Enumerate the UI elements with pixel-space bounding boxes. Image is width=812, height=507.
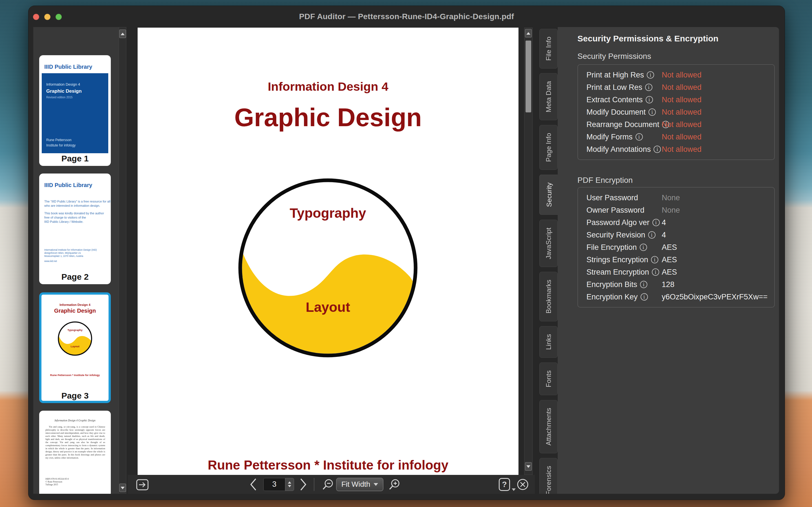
viewer-scroll-down-button[interactable] [525,462,532,471]
thumbnail-page-1[interactable]: IIID Public Library Information Design 4… [39,55,111,166]
tab-meta-data[interactable]: Meta Data [539,73,558,120]
permission-row: Print at Low ResiNot allowed [578,81,774,94]
info-icon[interactable]: i [636,133,643,140]
permission-row: Modify FormsiNot allowed [578,131,774,143]
thumb3-circle-bottom-label: Layout [57,345,93,348]
permission-row: Extract ContentsiNot allowed [578,94,774,106]
row-value: Not allowed [662,83,702,92]
row-value: 4 [662,231,666,239]
help-button[interactable]: ? [499,478,510,491]
desktop-wallpaper: PDF Auditor — Pettersson-Rune-ID4-Graphi… [0,0,812,507]
row-value: Not allowed [662,96,702,104]
row-label: Modify Documenti [587,108,656,117]
thumb2-label: Page 2 [39,272,111,282]
info-icon[interactable]: i [646,96,653,103]
info-icon[interactable]: i [640,244,647,251]
chevron-down-icon [373,483,378,486]
row-label: Strings Encryptioni [587,256,658,264]
row-label: Print at High Resi [587,71,654,79]
row-label: Modify Annotationsi [587,145,661,154]
panel-title: Security Permissions & Encryption [577,34,718,43]
tab-page-info[interactable]: Page Info [539,125,558,170]
row-label: User Password [587,193,638,202]
info-icon[interactable]: i [652,269,659,276]
info-icon[interactable]: i [648,231,656,238]
tab-fonts[interactable]: Fonts [539,362,558,395]
row-label: Print at Low Resi [587,83,652,92]
thumb4-heading: Information Design 4 Graphic Design [39,419,111,422]
thumbnail-page-3-selected[interactable]: Information Design 4 Graphic Design Typo… [39,292,111,403]
page-number-input[interactable]: 3 [263,478,285,491]
encryption-row: Security Revisioni4 [578,229,774,241]
yinyang-figure: Typography Layout [237,177,419,359]
thumb1-edition: Revised edition 2015 [46,96,72,99]
page-number-stepper[interactable] [285,478,294,491]
info-icon[interactable]: i [645,83,652,91]
app-window: PDF Auditor — Pettersson-Rune-ID4-Graphi… [28,6,785,500]
chevron-right-icon [300,478,307,491]
permissions-box: Print at High ResiNot allowedPrint at Lo… [577,64,775,160]
sidebar-scrollbar[interactable] [119,27,126,494]
close-panel-button[interactable] [516,478,529,491]
row-label: Owner Password [587,206,645,215]
down-arrow-icon [526,465,530,468]
tab-security[interactable]: Security [539,175,558,215]
tab-forensics[interactable]: Forensics [539,458,558,494]
info-icon[interactable]: i [654,146,661,153]
tab-attachments[interactable]: Attachments [539,400,558,453]
row-value: None [662,206,680,215]
viewer-scroll-up-button[interactable] [525,29,532,38]
info-icon[interactable]: i [641,293,648,300]
row-value: AES [662,256,677,264]
thumb2-address: International Institute for Information … [44,248,97,258]
info-icon[interactable]: i [651,256,658,263]
toolbar-separator [314,478,314,491]
previous-page-button[interactable] [250,478,257,491]
thumbnail-page-2[interactable]: IIID Public Library The “IIID Public Lib… [39,173,111,284]
viewer-scrollbar-thumb[interactable] [525,41,531,112]
tab-links[interactable]: Links [539,326,558,358]
thumb1-title: Graphic Design [46,89,82,94]
thumb3-label: Page 3 [42,391,109,400]
open-file-button[interactable] [136,478,149,491]
zoom-out-button[interactable] [321,478,334,491]
pdf-page: Information Design 4 Graphic Design Typo… [138,27,518,481]
info-icon[interactable]: i [647,71,654,78]
thumb1-label: Page 1 [39,154,111,163]
info-icon[interactable]: i [649,108,656,116]
close-circle-icon [516,478,529,491]
row-label: Encryption Keyi [587,293,648,301]
permission-row: Print at High ResiNot allowed [578,69,774,81]
row-value: None [662,193,680,202]
yinyang-icon [237,177,419,359]
stepper-down-icon[interactable] [288,485,291,487]
permissions-section-title: Security Permissions [577,52,651,61]
window-title: PDF Auditor — Pettersson-Rune-ID4-Graphi… [29,6,784,27]
row-value: 4 [662,218,666,227]
thumb1-library-title: IIID Public Library [44,64,92,70]
info-icon[interactable]: i [652,219,660,226]
encryption-box: User PasswordNoneOwner PasswordNonePassw… [577,187,775,307]
stepper-up-icon[interactable] [288,482,291,484]
row-value: Not allowed [662,71,702,79]
row-label: Security Revisioni [587,231,656,239]
thumbnail-page-4[interactable]: Information Design 4 Graphic Design Yin … [39,411,111,494]
tab-javascript[interactable]: JavaScript [539,220,558,267]
tab-bookmarks[interactable]: Bookmarks [539,272,558,321]
inspector-tab-strip: File InfoMeta DataPage InfoSecurityJavaS… [539,29,558,494]
sidebar-scroll-up-button[interactable] [119,30,126,38]
row-value: AES [662,268,677,277]
tab-file-info[interactable]: File Info [539,29,558,68]
zoom-mode-dropdown[interactable]: Fit Width [336,478,384,491]
row-label: Password Algo veri [587,218,660,227]
page-number-value: 3 [272,480,276,489]
viewer-scrollbar[interactable] [524,27,532,475]
sidebar-scroll-down-button[interactable] [119,484,126,492]
next-page-button[interactable] [300,478,307,491]
zoom-in-button[interactable] [388,478,401,491]
info-icon[interactable]: i [640,281,647,288]
open-file-icon [136,478,149,491]
row-label: Stream Encryptioni [587,268,659,277]
thumb4-body-text: Yin and yang, or yin-yang, is a concept … [45,425,105,459]
row-label: Extract Contentsi [587,96,653,104]
